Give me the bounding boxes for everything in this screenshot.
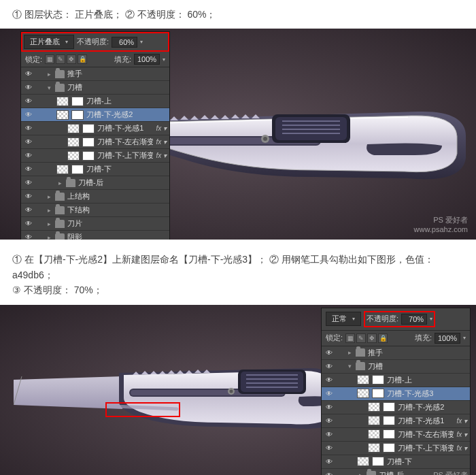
mask-thumb [383, 402, 395, 412]
chevron-down-icon[interactable]: ▾ [140, 39, 143, 45]
fill-input[interactable]: 100% [435, 333, 460, 344]
folder-icon [356, 348, 365, 357]
chevron-right-icon[interactable]: ▸ [46, 71, 52, 78]
layer-thumb [67, 137, 80, 147]
chevron-down-icon: ▾ [65, 39, 68, 45]
layer-row[interactable]: 👁▸推手 [21, 67, 169, 81]
chevron-right-icon[interactable]: ▸ [56, 180, 63, 186]
layer-row[interactable]: 👁▸下结构 [21, 203, 169, 217]
layer-name: 刀槽-下-左右渐变 [398, 429, 454, 440]
chevron-right-icon[interactable]: ▸ [46, 234, 52, 240]
visibility-icon[interactable]: 👁 [24, 165, 33, 173]
visibility-icon[interactable]: 👁 [24, 111, 33, 118]
chevron-down-icon[interactable]: ▾ [46, 84, 52, 91]
visibility-icon[interactable]: 👁 [324, 458, 334, 465]
mask-thumb [71, 165, 84, 174]
visibility-icon[interactable]: 👁 [24, 220, 33, 227]
visibility-icon[interactable]: 👁 [324, 390, 334, 397]
layer-thumb [56, 165, 69, 174]
opacity-label: 不透明度: [77, 37, 109, 47]
layer-row[interactable]: 👁▸上结构 [21, 190, 169, 203]
step-3: ③ [12, 284, 21, 295]
visibility-icon[interactable]: 👁 [324, 444, 334, 452]
layer-row[interactable]: 👁刀槽-下-左右渐变fx ▾ [322, 428, 470, 442]
layer-row[interactable]: 👁刀槽-上 [21, 95, 169, 108]
step-2: ② [125, 9, 135, 20]
layer-row[interactable]: 👁刀槽-下-左右渐变fx ▾ [21, 135, 169, 149]
blend-mode-dropdown[interactable]: 正常▾ [326, 312, 361, 326]
layer-row[interactable]: 👁▾刀槽 [21, 81, 169, 95]
instruction-1: ① 图层状态： 正片叠底； ② 不透明度： 60%； [0, 0, 476, 29]
layer-thumb [67, 124, 80, 133]
visibility-icon[interactable]: 👁 [324, 417, 334, 425]
knife-illustration-2 [14, 356, 340, 438]
visibility-icon[interactable]: 👁 [24, 152, 33, 159]
chevron-right-icon[interactable]: ▸ [46, 193, 52, 200]
layer-row[interactable]: 👁▸刀槽-后 [21, 176, 169, 190]
layer-thumb [368, 416, 380, 425]
chevron-down-icon[interactable]: ▾ [430, 316, 432, 322]
visibility-icon[interactable]: 👁 [24, 70, 33, 78]
layer-row[interactable]: 👁刀槽-下-光感2 [322, 401, 470, 414]
layer-name: 刀槽-下-光感2 [86, 110, 167, 120]
chevron-right-icon[interactable]: ▸ [46, 220, 52, 227]
lock-transparency-icon[interactable]: ▦ [45, 54, 54, 64]
opacity-input[interactable]: 70% [401, 314, 427, 325]
visibility-icon[interactable]: 👁 [24, 206, 33, 214]
chevron-down-icon: ▾ [352, 316, 355, 322]
visibility-icon[interactable]: 👁 [24, 179, 33, 186]
layer-row[interactable]: 👁刀槽-下-光感1fx ▾ [322, 414, 470, 428]
blend-mode-dropdown[interactable]: 正片叠底▾ [24, 35, 74, 49]
visibility-icon[interactable]: 👁 [324, 376, 334, 384]
layer-row[interactable]: 👁▾刀槽 [322, 360, 470, 374]
layer-row[interactable]: 👁刀槽-上 [322, 374, 470, 387]
layer-row[interactable]: 👁刀槽-下-光感3 [322, 387, 470, 401]
layer-row[interactable]: 👁▸阴影 [21, 231, 169, 240]
visibility-icon[interactable]: 👁 [24, 138, 33, 146]
layer-row[interactable]: 👁刀槽-下-光感1fx ▾ [21, 122, 169, 135]
visibility-icon[interactable]: 👁 [324, 404, 334, 411]
lock-transparency-icon[interactable]: ▦ [345, 333, 355, 343]
layer-row[interactable]: 👁▸刀片 [21, 217, 169, 231]
chevron-right-icon[interactable]: ▸ [357, 472, 364, 475]
visibility-icon[interactable]: 👁 [324, 431, 334, 438]
opacity-input[interactable]: 60% [112, 37, 137, 48]
layer-name: 刀槽-下-上下渐变 [97, 150, 153, 161]
lock-paint-icon[interactable]: ✎ [356, 333, 366, 343]
folder-icon [356, 362, 365, 370]
visibility-icon[interactable]: 👁 [24, 193, 33, 200]
layer-thumb [67, 151, 80, 161]
visibility-icon[interactable]: 👁 [324, 363, 334, 370]
lock-all-icon[interactable]: 🔒 [378, 333, 388, 343]
layer-row[interactable]: 👁刀槽-下-上下渐变fx ▾ [21, 149, 169, 163]
instruction-2: ① 在【刀槽-下-光感2】上新建图层命名【刀槽-下-光感3】； ② 用钢笔工具勾… [0, 245, 476, 304]
layer-name: 刀槽-下-光感2 [398, 402, 467, 412]
chevron-right-icon[interactable]: ▸ [46, 207, 52, 214]
visibility-icon[interactable]: 👁 [24, 233, 33, 240]
folder-icon [367, 471, 376, 475]
chevron-right-icon[interactable]: ▸ [346, 349, 353, 356]
fill-input[interactable]: 100% [134, 54, 160, 65]
visibility-icon[interactable]: 👁 [324, 349, 334, 357]
layer-row[interactable]: 👁▸推手 [322, 346, 470, 360]
layer-row[interactable]: 👁刀槽-下 [21, 163, 169, 176]
lock-position-icon[interactable]: ✥ [67, 54, 76, 64]
layer-name: 刀槽-下-上下渐变 [398, 443, 454, 453]
mask-thumb [71, 97, 84, 106]
visibility-icon[interactable]: 👁 [24, 84, 33, 91]
visibility-icon[interactable]: 👁 [24, 125, 33, 132]
layer-row[interactable]: 👁刀槽-下-上下渐变fx ▾ [322, 442, 470, 455]
visibility-icon[interactable]: 👁 [324, 472, 334, 475]
chevron-down-icon[interactable]: ▾ [163, 56, 165, 63]
step-2: ② [269, 254, 279, 265]
layer-thumb [56, 110, 69, 120]
visibility-icon[interactable]: 👁 [24, 97, 33, 105]
layer-row[interactable]: 👁刀槽-下 [322, 455, 470, 469]
lock-all-icon[interactable]: 🔒 [78, 54, 87, 64]
lock-paint-icon[interactable]: ✎ [56, 54, 65, 64]
lock-position-icon[interactable]: ✥ [367, 333, 377, 343]
folder-icon [55, 70, 65, 78]
chevron-down-icon[interactable]: ▾ [463, 335, 466, 341]
layer-row[interactable]: 👁刀槽-下-光感2 [21, 108, 169, 122]
chevron-down-icon[interactable]: ▾ [346, 363, 353, 370]
